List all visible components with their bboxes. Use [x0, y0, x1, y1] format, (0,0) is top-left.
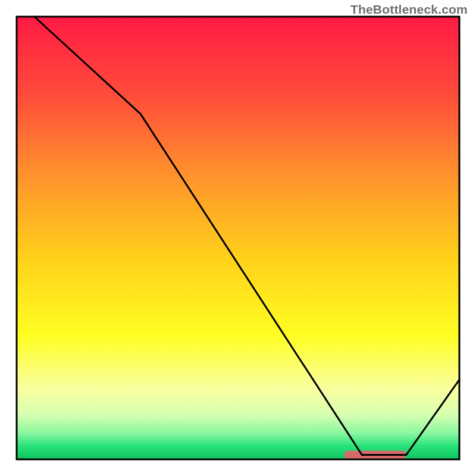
bottleneck-chart: [0, 0, 476, 476]
chart-container: TheBottleneck.com: [0, 0, 476, 476]
gradient-background: [17, 17, 459, 459]
